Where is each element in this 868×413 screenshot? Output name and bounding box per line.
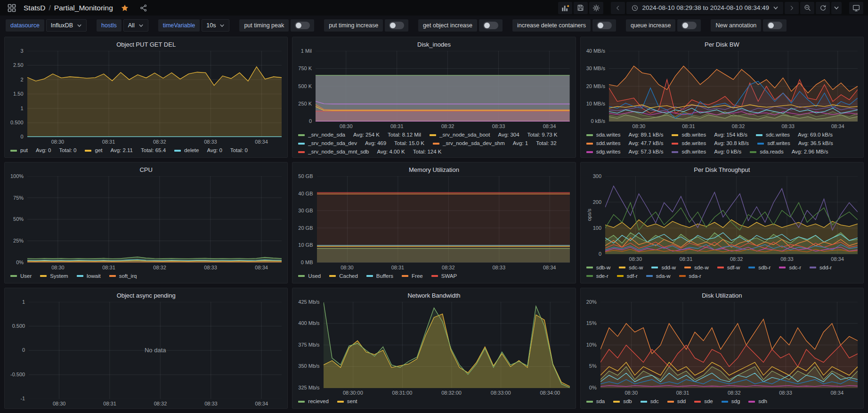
legend-item-sda[interactable]: sda [586, 397, 605, 405]
legend-item-sdc-r[interactable]: sdc-r [779, 264, 801, 272]
panel-title[interactable]: Object async pending [10, 291, 282, 302]
legend-item-sdd-r[interactable]: sdd-r [810, 264, 832, 272]
legend-item-sdb-writes[interactable]: sdb.writesAvg: 154 kB/s [672, 131, 747, 139]
breadcrumb[interactable]: StatsD / Partial_Monitoring [24, 4, 113, 12]
share-icon[interactable] [137, 2, 151, 14]
legend-item-srv-node-sda-dev-shm[interactable]: _srv_node_sda_dev_shmAvg: 1Total: 32 [433, 139, 557, 147]
chart-canvas[interactable] [605, 176, 858, 254]
legend-item-srv-node-sda-dev[interactable]: _srv_node_sda_devAvg: 469Total: 15.0 K [298, 139, 424, 147]
legend-item-sdh-writes[interactable]: sdh.writesAvg: 0 kB/s [672, 148, 741, 156]
refresh-interval-caret-icon[interactable] [831, 2, 842, 14]
toggle-switch-queue-increase[interactable] [677, 19, 701, 32]
panel-title[interactable]: Object PUT GET DEL [10, 40, 282, 51]
legend-item-sdg-writes[interactable]: sdg.writesAvg: 57.3 kB/s [586, 148, 664, 156]
legend-item-sdf-w[interactable]: sdf-w [717, 264, 740, 272]
refresh-icon[interactable] [816, 2, 830, 14]
panel-title[interactable]: Disk Utilization [586, 291, 858, 302]
legend-item-swap[interactable]: SWAP [431, 272, 457, 280]
y-tick-label: 100% [10, 174, 24, 179]
toggle-switch-increase-delete-containers[interactable] [592, 19, 616, 32]
legend-item-srv-node-sda-boot[interactable]: _srv_node_sda_bootAvg: 304Total: 9.73 K [430, 131, 558, 139]
chart-canvas[interactable] [317, 176, 570, 262]
legend-item-free[interactable]: Free [402, 272, 423, 280]
y-tick-label: 20 MB/s [586, 84, 605, 89]
legend-item-sdb-w[interactable]: sdb-w [586, 264, 611, 272]
legend-swatch [810, 267, 816, 268]
chart-canvas[interactable] [316, 51, 570, 121]
legend-item-sdf-writes[interactable]: sdf.writesAvg: 36.5 kB/s [757, 139, 833, 147]
variable-dropdown-hostls[interactable]: All [123, 19, 148, 32]
legend-item-system[interactable]: System [40, 272, 68, 280]
breadcrumb-dashboard[interactable]: Partial_Monitoring [54, 4, 113, 12]
breadcrumb-app[interactable]: StatsD [24, 4, 46, 12]
legend-item-sda-reads[interactable]: sda.readsAvg: 2.96 MB/s [750, 148, 828, 156]
chart-canvas[interactable] [27, 51, 282, 137]
legend-item-srv-node-sda[interactable]: _srv_node_sdaAvg: 254 KTotal: 8.12 Mil [298, 131, 421, 139]
chart-canvas[interactable] [27, 176, 282, 262]
legend-item-sdb-r[interactable]: sdb-r [748, 264, 771, 272]
variable-dropdown-datasource[interactable]: InfluxDB [46, 19, 87, 32]
legend-item-sde[interactable]: sde [694, 397, 713, 405]
variable-dropdown-timevariable[interactable]: 10s [202, 19, 229, 32]
panel-title[interactable]: Disk_inodes [298, 40, 569, 51]
panel-title[interactable]: Memory Utilization [298, 165, 569, 176]
toggle-switch-new-annotation[interactable] [763, 19, 787, 32]
time-range-forward-icon[interactable] [785, 2, 799, 14]
chart-canvas[interactable] [600, 302, 858, 388]
kiosk-monitor-icon[interactable] [849, 2, 863, 14]
legend-item-user[interactable]: User [10, 272, 32, 280]
legend-item-srv-node-sda-mnt-sdb[interactable]: _srv_node_sda_mnt_sdbAvg: 4.00 KTotal: 1… [298, 148, 441, 156]
legend-item-sda-writes[interactable]: sda.writesAvg: 89.1 kB/s [586, 131, 664, 139]
time-range-picker[interactable]: 2024-08-10 08:29:38 to 2024-08-10 08:34:… [626, 2, 783, 14]
panel-title[interactable]: Per Disk BW [586, 40, 858, 51]
toggle-switch-get-object-increase[interactable] [479, 19, 503, 32]
legend-item-sent[interactable]: sent [337, 397, 357, 405]
settings-gear-icon[interactable] [589, 2, 603, 14]
panel-title[interactable]: Per Disk Throughput [586, 165, 858, 176]
legend-item-soft-irq[interactable]: soft_irq [109, 272, 137, 280]
legend-item-sdc-w[interactable]: sdc-w [619, 264, 643, 272]
x-tick-label: 08:34 [255, 139, 268, 145]
add-panel-icon[interactable] [558, 2, 572, 14]
legend-label: SWAP [441, 272, 457, 280]
toggle-switch-put-timing-increase[interactable] [385, 19, 408, 32]
panel-title[interactable]: CPU [10, 165, 282, 176]
legend-item-sdc[interactable]: sdc [641, 397, 659, 405]
legend-item-sdh[interactable]: sdh [748, 397, 767, 405]
toggle-switch-put-timing-peak[interactable] [291, 19, 314, 32]
legend-item-sdd-w[interactable]: sdd-w [651, 264, 676, 272]
plot-area: 100%75%50%25%0%08:3008:3108:3208:3308:34 [10, 176, 282, 270]
save-dashboard-icon[interactable] [574, 2, 588, 14]
legend-item-used[interactable]: Used [298, 272, 321, 280]
zoom-out-icon[interactable] [800, 2, 814, 14]
legend-item-sde-writes[interactable]: sde.writesAvg: 30.8 kB/s [672, 139, 749, 147]
chart-canvas[interactable] [609, 51, 858, 121]
legend-item-sda-r[interactable]: sda-r [679, 272, 701, 280]
legend-swatch [694, 401, 701, 403]
legend-item-sde-r[interactable]: sde-r [586, 272, 608, 280]
time-range-back-icon[interactable] [611, 2, 625, 14]
legend-label: _srv_node_sda_dev_shm [443, 139, 505, 147]
legend-item-sdc-writes[interactable]: sdc.writesAvg: 69.0 kB/s [756, 131, 833, 139]
legend-item-iowait[interactable]: Iowait [77, 272, 101, 280]
legend-item-sdd-writes[interactable]: sdd.writesAvg: 47.7 kB/s [586, 139, 664, 147]
legend-item-buffers[interactable]: Buffers [366, 272, 393, 280]
legend-item-sdf-r[interactable]: sdf-r [617, 272, 638, 280]
legend-item-sda-w[interactable]: sda-w [646, 272, 671, 280]
legend-item-sde-w[interactable]: sde-w [684, 264, 709, 272]
panel-title[interactable]: Network Bandwidth [298, 291, 569, 302]
legend-item-sdd[interactable]: sdd [667, 397, 686, 405]
legend-item-recieved[interactable]: recieved [298, 397, 328, 405]
legend-item-delete[interactable]: deleteAvg: 0Total: 0 [174, 146, 248, 154]
apps-grid-icon[interactable] [5, 2, 19, 14]
favorite-star-icon[interactable] [118, 2, 132, 14]
chart-canvas[interactable] [324, 302, 570, 388]
legend-item-sdg[interactable]: sdg [722, 397, 740, 405]
legend-swatch [298, 151, 305, 153]
legend-item-get[interactable]: getAvg: 2.11Total: 65.4 [85, 146, 166, 154]
chart-canvas[interactable]: No data [29, 302, 282, 399]
legend-item-cached[interactable]: Cached [329, 272, 358, 280]
legend-item-put[interactable]: putAvg: 0Total: 0 [10, 146, 76, 154]
toggle-track [483, 22, 498, 29]
legend-item-sdb[interactable]: sdb [613, 397, 632, 405]
